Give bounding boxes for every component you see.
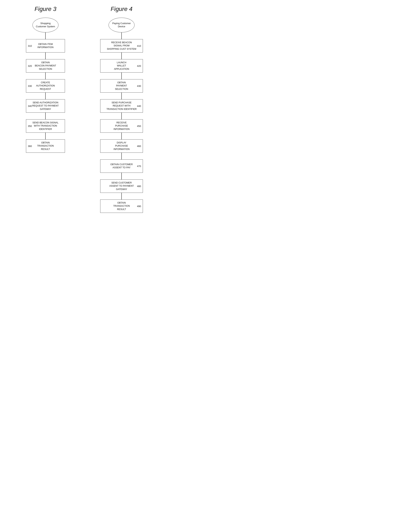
step-row: 320OBTAIN BEACON PAYMENT SELECTION	[26, 59, 65, 73]
step-number-label: 430	[137, 85, 141, 87]
connector	[121, 173, 122, 180]
step-box: LAUNCH WALLET APPLICATION	[100, 59, 143, 73]
step-row: 350SEND BEACON SIGNAL WITH TRANSACTION I…	[26, 119, 65, 133]
step-row: 430OBTAIN PAYMENT SELECTION	[100, 79, 143, 93]
fig3-steps: 310OBTAIN ITEM INFORMATION320OBTAIN BEAC…	[26, 32, 65, 153]
step-number-label: 470	[137, 165, 141, 168]
figure-4-title: Figure 4	[111, 6, 132, 12]
connector	[121, 93, 122, 99]
fig3-start-node: Shopping Customer System	[32, 18, 58, 32]
fig4-start-node: Paying Customer Device	[109, 18, 134, 32]
connector	[121, 73, 122, 79]
fig4-steps: 410RECEIVE BEACON SIGNAL FROM SHOPPING C…	[100, 32, 143, 213]
connector	[121, 32, 122, 39]
step-box: RECEIVE PURCHASE INFORMATION	[100, 119, 143, 133]
step-number-label: 450	[137, 125, 141, 127]
figure-3-title: Figure 3	[35, 6, 56, 12]
step-row: 440SEND PURCHASE REQUEST WITH TRANSACTIO…	[100, 99, 143, 113]
step-row: 360OBTAIN TRANSACTION RESULT	[26, 139, 65, 153]
step-row: 330CREATE AUTHORIZATION REQUEST	[26, 79, 65, 93]
step-box: OBTAIN PAYMENT SELECTION	[100, 79, 143, 93]
fig3-flowchart: Shopping Customer System 310OBTAIN ITEM …	[7, 18, 84, 153]
step-number-label: 420	[137, 65, 141, 67]
step-box: OBTAIN CUSTOMER ASSENT TO PAY	[100, 159, 143, 173]
step-number-label: 330	[28, 85, 32, 87]
figure-4: Figure 4 Paying Customer Device 410RECEI…	[84, 6, 160, 213]
step-number-label: 490	[137, 205, 141, 208]
step-box: SEND PURCHASE REQUEST WITH TRANSACTION I…	[100, 99, 143, 113]
step-number-label: 460	[137, 145, 141, 148]
step-row: 480SEND CUSTOMER ASSENT TO PAYMENT GATEW…	[100, 180, 143, 193]
step-number-label: 440	[137, 105, 141, 107]
connector	[45, 113, 46, 119]
connector	[121, 133, 122, 139]
step-row: 420LAUNCH WALLET APPLICATION	[100, 59, 143, 73]
step-row: 340SEND AUTHORIZATION REQUEST TO PAYMENT…	[26, 99, 65, 113]
connector	[121, 153, 122, 159]
step-row: 460DISPLAY PURCHASE INFORMATION	[100, 139, 143, 153]
fig4-flowchart: Paying Customer Device 410RECEIVE BEACON…	[84, 18, 160, 213]
connector	[45, 32, 46, 39]
step-box: RECEIVE BEACON SIGNAL FROM SHOPPING CUST…	[100, 39, 143, 53]
step-number-label: 310	[28, 45, 32, 47]
step-number-label: 340	[28, 105, 32, 107]
step-box: SEND CUSTOMER ASSENT TO PAYMENT GATEWAY	[100, 180, 143, 193]
figure-3: Figure 3 Shopping Customer System 310OBT…	[7, 6, 84, 213]
step-row: 450RECEIVE PURCHASE INFORMATION	[100, 119, 143, 133]
step-row: 410RECEIVE BEACON SIGNAL FROM SHOPPING C…	[100, 39, 143, 53]
connector	[45, 53, 46, 59]
connector	[121, 193, 122, 200]
connector	[121, 53, 122, 59]
step-row: 490OBTAIN TRANSACTION RESULT	[100, 200, 143, 213]
step-box: OBTAIN TRANSACTION RESULT	[100, 200, 143, 213]
step-number-label: 320	[28, 65, 32, 67]
connector	[121, 113, 122, 119]
step-row: 310OBTAIN ITEM INFORMATION	[26, 39, 65, 53]
connector	[45, 93, 46, 99]
step-number-label: 480	[137, 185, 141, 188]
step-box: DISPLAY PURCHASE INFORMATION	[100, 139, 143, 153]
step-number-label: 350	[28, 125, 32, 127]
step-row: 470OBTAIN CUSTOMER ASSENT TO PAY	[100, 159, 143, 173]
step-number-label: 410	[137, 45, 141, 47]
figures-container: Figure 3 Shopping Customer System 310OBT…	[7, 6, 160, 213]
step-number-label: 360	[28, 145, 32, 148]
connector	[45, 133, 46, 139]
connector	[45, 73, 46, 79]
